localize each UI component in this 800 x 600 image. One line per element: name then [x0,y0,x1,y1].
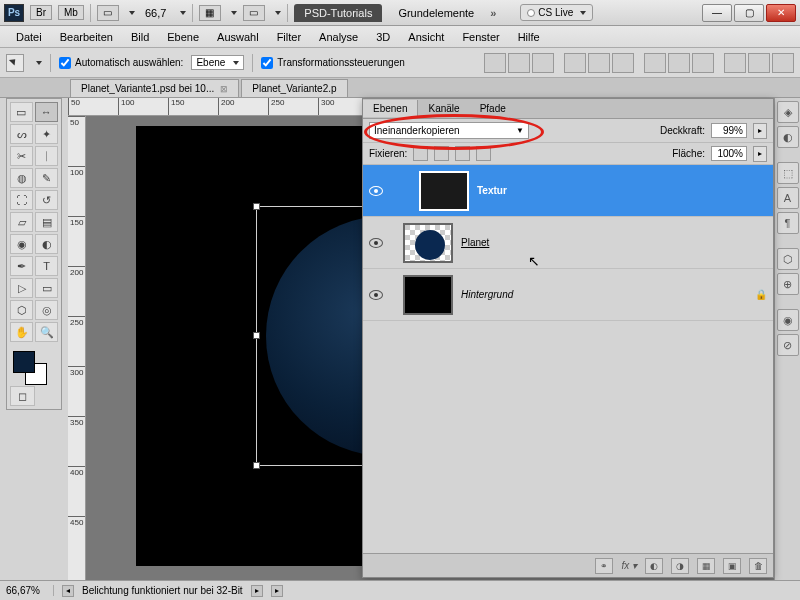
tab-ebenen[interactable]: Ebenen [363,100,418,117]
visibility-toggle[interactable] [369,238,383,248]
auto-select-target[interactable]: Ebene [191,55,244,70]
menu-fenster[interactable]: Fenster [454,29,507,45]
transform-controls-checkbox[interactable]: Transformationssteuerungen [261,57,404,69]
dock-icon[interactable]: ◉ [777,309,799,331]
distribute-button[interactable] [644,53,666,73]
menu-3d[interactable]: 3D [368,29,398,45]
dropdown-icon[interactable] [180,11,186,15]
menu-bild[interactable]: Bild [123,29,157,45]
dock-icon[interactable]: ⊘ [777,334,799,356]
workspace-tab-psd-tutorials[interactable]: PSD-Tutorials [294,4,382,22]
dropdown-icon[interactable] [129,11,135,15]
lock-all-icon[interactable] [476,146,491,161]
menu-ebene[interactable]: Ebene [159,29,207,45]
layer-row-textur[interactable]: Textur [363,165,773,217]
transform-handle[interactable] [253,462,260,469]
menu-ansicht[interactable]: Ansicht [400,29,452,45]
layer-thumbnail[interactable] [419,171,469,211]
opacity-slider-button[interactable]: ▸ [753,123,767,139]
dropdown-icon[interactable] [275,11,281,15]
gradient-tool[interactable]: ▤ [35,212,58,232]
screen-mode-button[interactable]: ▭ [243,5,265,21]
distribute-button[interactable] [692,53,714,73]
menu-bearbeiten[interactable]: Bearbeiten [52,29,121,45]
dock-icon[interactable]: ◈ [777,101,799,123]
dock-icon[interactable]: ◐ [777,126,799,148]
visibility-toggle[interactable] [369,186,383,196]
status-arrow-right[interactable]: ▸ [251,585,263,597]
group-button[interactable]: ▦ [697,558,715,574]
shape-tool[interactable]: ▭ [35,278,58,298]
stamp-tool[interactable]: ⛶ [10,190,33,210]
transform-handle[interactable] [253,332,260,339]
maximize-button[interactable]: ▢ [734,4,764,22]
align-button[interactable] [508,53,530,73]
align-button[interactable] [484,53,506,73]
dock-icon[interactable]: ⬡ [777,248,799,270]
document-tab[interactable]: Planet_Variante1.psd bei 10...⊠ [70,79,239,97]
delete-layer-button[interactable]: 🗑 [749,558,767,574]
layer-name[interactable]: Hintergrund [461,289,747,300]
arrange-button[interactable]: ▦ [199,5,221,21]
distribute-button[interactable] [772,53,794,73]
fx-button[interactable]: fx ▾ [621,560,637,571]
pen-tool[interactable]: ✒ [10,256,33,276]
zoom-tool[interactable]: 🔍 [35,322,58,342]
status-arrow-left[interactable]: ◂ [62,585,74,597]
path-select-tool[interactable]: ▷ [10,278,33,298]
move-tool[interactable]: ↔ [35,102,58,122]
align-button[interactable] [612,53,634,73]
3d-tool[interactable]: ⬡ [10,300,33,320]
history-brush-tool[interactable]: ↺ [35,190,58,210]
zoom-level[interactable]: 66,7 [141,7,170,19]
adjustment-button[interactable]: ◑ [671,558,689,574]
minibridge-button[interactable]: Mb [58,5,84,20]
workspace-tab-grundelemente[interactable]: Grundelemente [388,4,484,22]
layer-thumbnail[interactable] [403,275,453,315]
distribute-button[interactable] [668,53,690,73]
blur-tool[interactable]: ◉ [10,234,33,254]
document-tab[interactable]: Planet_Variante2.p [241,79,347,97]
fill-slider-button[interactable]: ▸ [753,146,767,162]
cs-live-button[interactable]: CS Live [520,4,593,21]
heal-tool[interactable]: ◍ [10,168,33,188]
minimize-button[interactable]: — [702,4,732,22]
crop-tool[interactable]: ✂ [10,146,33,166]
layer-name[interactable]: Planet [461,237,767,248]
wand-tool[interactable]: ✦ [35,124,58,144]
3d-camera-tool[interactable]: ◎ [35,300,58,320]
close-button[interactable]: ✕ [766,4,796,22]
transform-handle[interactable] [253,203,260,210]
type-tool[interactable]: T [35,256,58,276]
blend-mode-select[interactable]: Ineinanderkopieren▼ [369,122,529,139]
dropdown-icon[interactable] [36,61,42,65]
auto-select-checkbox[interactable]: Automatisch auswählen: [59,57,183,69]
tab-kanaele[interactable]: Kanäle [418,100,469,117]
layer-name[interactable]: Textur [477,185,767,196]
lock-position-icon[interactable] [455,146,470,161]
dock-icon[interactable]: A [777,187,799,209]
dock-icon[interactable]: ¶ [777,212,799,234]
align-button[interactable] [564,53,586,73]
brush-tool[interactable]: ✎ [35,168,58,188]
dock-icon[interactable]: ⊕ [777,273,799,295]
foreground-color-swatch[interactable] [13,351,35,373]
more-workspaces-icon[interactable]: » [490,7,496,19]
visibility-toggle[interactable] [369,290,383,300]
dock-icon[interactable]: ⬚ [777,162,799,184]
status-arrow-right[interactable]: ▸ [271,585,283,597]
bridge-button[interactable]: Br [30,5,52,20]
distribute-button[interactable] [724,53,746,73]
move-tool-icon[interactable] [6,54,24,72]
menu-analyse[interactable]: Analyse [311,29,366,45]
menu-auswahl[interactable]: Auswahl [209,29,267,45]
layer-row-hintergrund[interactable]: Hintergrund 🔒 [363,269,773,321]
marquee-tool[interactable]: ▭ [10,102,33,122]
tab-pfade[interactable]: Pfade [470,100,516,117]
distribute-button[interactable] [748,53,770,73]
lasso-tool[interactable]: ᔕ [10,124,33,144]
align-button[interactable] [588,53,610,73]
layer-thumbnail[interactable] [403,223,453,263]
menu-filter[interactable]: Filter [269,29,309,45]
layer-row-planet[interactable]: Planet [363,217,773,269]
